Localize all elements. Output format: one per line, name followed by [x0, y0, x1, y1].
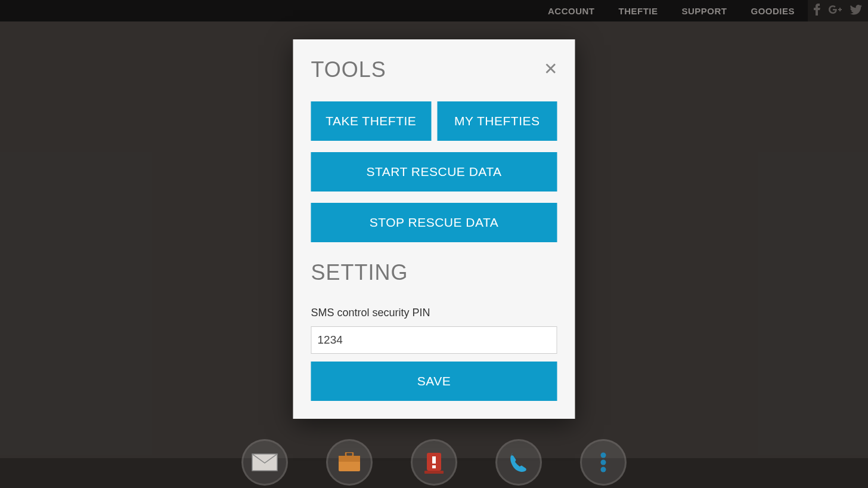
mail-icon	[248, 450, 281, 475]
dock-alert-button[interactable]	[411, 439, 457, 486]
more-icon	[587, 450, 620, 475]
pin-input[interactable]	[311, 326, 557, 354]
my-thefties-button[interactable]: MY THEFTIES	[437, 101, 557, 141]
twitter-icon[interactable]	[850, 4, 862, 18]
dock	[241, 439, 627, 486]
nav-link-goodies[interactable]: GOODIES	[751, 6, 795, 16]
take-theftie-button[interactable]: TAKE THEFTIE	[311, 101, 432, 141]
stop-rescue-data-button[interactable]: STOP RESCUE DATA	[311, 203, 557, 242]
dock-more-button[interactable]	[580, 439, 627, 486]
svg-rect-7	[432, 465, 436, 468]
briefcase-icon	[333, 450, 366, 475]
svg-rect-1	[346, 452, 353, 456]
button-row: TAKE THEFTIE MY THEFTIES	[311, 101, 557, 141]
svg-point-8	[601, 453, 606, 458]
svg-rect-6	[432, 456, 436, 464]
svg-rect-3	[339, 456, 360, 462]
pin-field-label: SMS control security PIN	[311, 307, 557, 319]
modal-header: TOOLS ✕	[311, 57, 557, 82]
start-rescue-data-button[interactable]: START RESCUE DATA	[311, 152, 557, 192]
modal-title-tools: TOOLS	[311, 57, 386, 82]
svg-point-9	[601, 460, 606, 465]
close-icon[interactable]: ✕	[544, 61, 557, 78]
svg-point-10	[601, 467, 606, 472]
phone-icon	[502, 450, 535, 475]
nav-link-support[interactable]: SUPPORT	[681, 6, 727, 16]
facebook-icon[interactable]	[814, 4, 820, 18]
svg-rect-5	[424, 471, 444, 474]
social-icons	[808, 0, 868, 21]
dock-mail-button[interactable]	[241, 439, 288, 486]
alert-icon	[417, 450, 451, 475]
tools-modal: TOOLS ✕ TAKE THEFTIE MY THEFTIES START R…	[293, 39, 575, 419]
dock-phone-button[interactable]	[495, 439, 542, 486]
google-plus-icon[interactable]	[829, 4, 842, 18]
nav-link-theftie[interactable]: THEFTIE	[618, 6, 658, 16]
top-navigation: ACCOUNT THEFTIE SUPPORT GOODIES	[0, 0, 868, 21]
nav-link-account[interactable]: ACCOUNT	[548, 6, 595, 16]
dock-briefcase-button[interactable]	[326, 439, 373, 486]
modal-title-setting: SETTING	[311, 260, 557, 285]
save-button[interactable]: SAVE	[311, 362, 557, 401]
nav-links: ACCOUNT THEFTIE SUPPORT GOODIES	[548, 6, 808, 16]
